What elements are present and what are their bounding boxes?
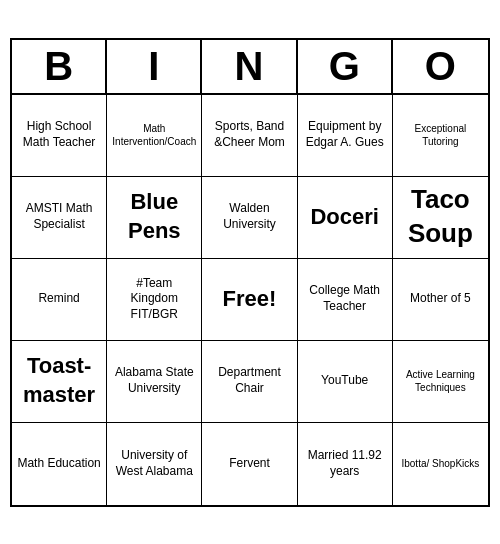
bingo-cell-0: High School Math Teacher [12,95,107,177]
bingo-cell-9: Taco Soup [393,177,488,259]
bingo-grid: High School Math TeacherMath Interventio… [12,95,488,505]
bingo-header-G: G [298,40,393,93]
bingo-header-N: N [202,40,297,93]
bingo-cell-4: Exceptional Tutoring [393,95,488,177]
bingo-cell-18: YouTube [298,341,393,423]
bingo-cell-14: Mother of 5 [393,259,488,341]
bingo-cell-15: Toast-master [12,341,107,423]
bingo-cell-10: Remind [12,259,107,341]
bingo-cell-17: Department Chair [202,341,297,423]
bingo-cell-23: Married 11.92 years [298,423,393,505]
bingo-card: BINGO High School Math TeacherMath Inter… [10,38,490,507]
bingo-cell-11: #Team Kingdom FIT/BGR [107,259,202,341]
bingo-cell-21: University of West Alabama [107,423,202,505]
bingo-cell-7: Walden University [202,177,297,259]
bingo-cell-24: Ibotta/ ShopKicks [393,423,488,505]
bingo-header: BINGO [12,40,488,95]
bingo-cell-2: Sports, Band &Cheer Mom [202,95,297,177]
bingo-cell-20: Math Education [12,423,107,505]
bingo-header-I: I [107,40,202,93]
bingo-cell-13: College Math Teacher [298,259,393,341]
bingo-cell-12: Free! [202,259,297,341]
bingo-cell-16: Alabama State University [107,341,202,423]
bingo-cell-3: Equipment by Edgar A. Gues [298,95,393,177]
bingo-cell-1: Math Intervention/Coach [107,95,202,177]
bingo-cell-8: Doceri [298,177,393,259]
bingo-cell-5: AMSTI Math Specialist [12,177,107,259]
bingo-cell-19: Active Learning Techniques [393,341,488,423]
bingo-header-O: O [393,40,488,93]
bingo-cell-22: Fervent [202,423,297,505]
bingo-cell-6: Blue Pens [107,177,202,259]
bingo-header-B: B [12,40,107,93]
